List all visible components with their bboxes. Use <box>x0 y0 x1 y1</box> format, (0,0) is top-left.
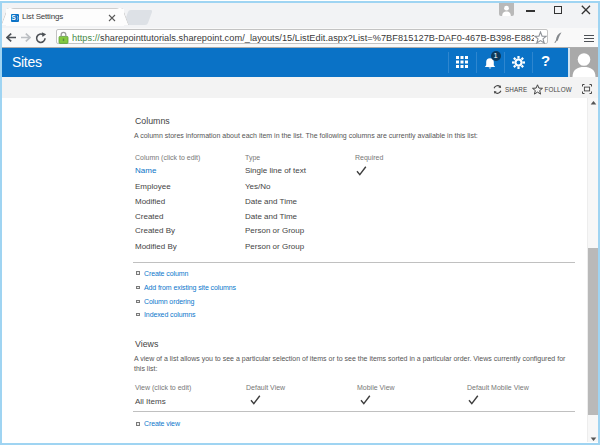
svg-text:S: S <box>11 14 16 21</box>
